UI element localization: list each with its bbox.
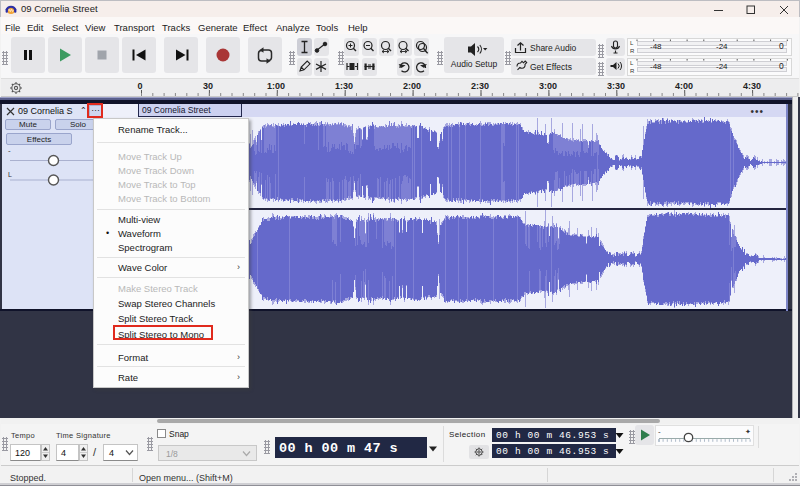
svg-text:-: -: [8, 146, 11, 155]
svg-text:L: L: [8, 171, 12, 178]
